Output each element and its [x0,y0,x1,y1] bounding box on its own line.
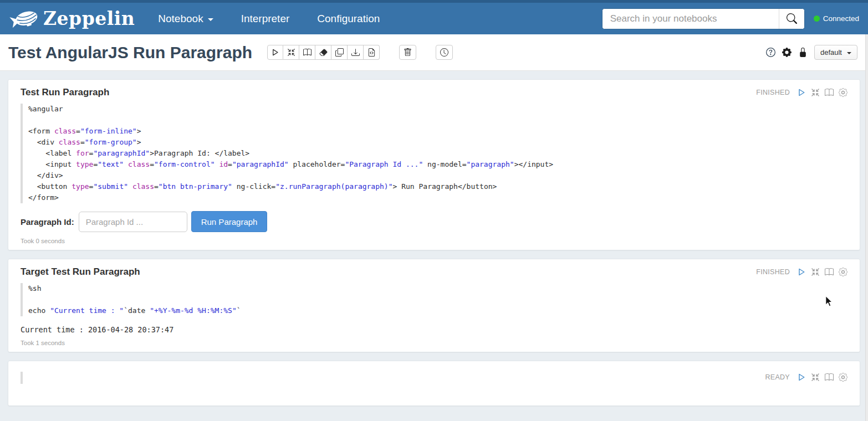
menu-notebook-label: Notebook [158,13,203,25]
empty-editor-cursor[interactable] [21,372,23,384]
remove-note-button[interactable] [399,45,416,60]
paragraph-settings-gear-icon[interactable] [839,268,847,276]
note-right-controls: default [766,45,860,60]
eraser-icon [319,48,328,57]
connection-status: Connected [814,14,859,23]
status-badge: FINISHED [756,268,790,276]
status-badge: READY [765,373,790,381]
connected-dot-icon [814,16,820,22]
hide-editor-icon[interactable] [811,373,820,382]
paragraph-card-3: READY [8,361,860,406]
play-icon [271,48,279,57]
run-paragraph-button[interactable]: Run Paragraph [191,211,268,232]
search-icon [787,13,797,24]
help-icon[interactable] [766,48,775,57]
trash-icon [404,48,412,57]
show-hide-code-button[interactable] [283,45,299,60]
clone-note-button[interactable] [331,45,348,60]
search-input[interactable] [603,9,779,29]
zeppelin-blimp-icon [9,7,41,31]
paragraph-output: Current time : 2016-04-28 20:37:47 [21,325,847,334]
paragraph-controls: FINISHED [756,268,847,276]
run-paragraph-icon[interactable] [797,373,806,382]
menu-configuration-label: Configuration [317,13,380,25]
caret-down-icon [847,52,851,54]
paragraph-title: Target Test Run Paragraph [21,266,140,278]
paragraph-settings-gear-icon[interactable] [839,373,847,382]
hide-output-icon[interactable] [825,373,834,382]
code-file-icon [367,48,376,57]
book-icon [303,48,312,57]
menu-configuration[interactable]: Configuration [317,13,380,25]
paragraph-card-1: Test Run Paragraph FINISHED %angular <fo… [8,79,860,250]
version-control-button[interactable] [364,45,380,60]
clone-icon [335,48,344,57]
hide-editor-icon[interactable] [811,88,820,97]
clock-icon [440,48,448,57]
connected-label: Connected [823,14,859,23]
paragraph-id-input[interactable] [79,212,187,232]
scrollbar-gutter[interactable] [865,34,868,421]
menu-notebook[interactable]: Notebook [158,13,213,25]
run-paragraph-icon[interactable] [797,88,806,97]
note-settings-gear-icon[interactable] [782,48,792,57]
paragraph-card-2: Target Test Run Paragraph FINISHED %sh e… [8,259,860,352]
search-button[interactable] [779,9,804,29]
code-editor[interactable]: %angular <form class="form-inline"> <div… [21,104,847,203]
hide-output-icon[interactable] [825,268,834,276]
download-icon [351,48,360,57]
zeppelin-logo[interactable]: Zeppelin [9,7,135,31]
clear-output-button[interactable] [315,45,331,60]
top-navbar: Zeppelin Notebook Interpreter Configurat… [0,0,868,34]
code-editor[interactable]: %sh echo "Current time : "`date "+%Y-%m-… [21,283,847,316]
execution-time: Took 0 seconds [21,238,847,244]
run-paragraph-icon[interactable] [797,268,806,276]
paragraph-title: Test Run Paragraph [21,87,109,98]
run-all-paragraphs-button[interactable] [267,45,283,60]
show-hide-output-button[interactable] [299,45,315,60]
note-content: Test Run Paragraph FINISHED %angular <fo… [0,71,868,414]
execution-time: Took 1 seconds [21,340,847,346]
note-title[interactable]: Test AngularJS Run Paragraph [8,43,252,62]
angular-result-form: Paragraph Id: Run Paragraph [21,211,847,232]
paragraph-controls: FINISHED [756,88,847,97]
note-toolbar-row: Test AngularJS Run Paragraph default [0,34,868,71]
mouse-cursor [824,295,834,307]
menu-interpreter-label: Interpreter [241,13,290,25]
note-permissions-lock-icon[interactable] [798,48,808,57]
brand-name: Zeppelin [43,8,135,29]
hide-editor-icon[interactable] [811,268,820,276]
export-note-button[interactable] [348,45,364,60]
paragraph-controls: READY [765,373,847,382]
menu-interpreter[interactable]: Interpreter [241,13,290,25]
note-action-group [267,45,380,60]
interpreter-binding-label: default [820,48,842,57]
status-badge: FINISHED [756,89,790,96]
paragraph-id-label: Paragraph Id: [21,217,74,227]
scheduler-button[interactable] [436,45,453,60]
interpreter-binding-dropdown[interactable]: default [814,45,857,60]
hide-output-icon[interactable] [825,88,834,97]
main-menu: Notebook Interpreter Configuration [158,13,380,25]
compress-icon [287,48,295,57]
caret-down-icon [208,18,213,21]
paragraph-settings-gear-icon[interactable] [839,88,847,97]
notebook-search [602,8,805,29]
